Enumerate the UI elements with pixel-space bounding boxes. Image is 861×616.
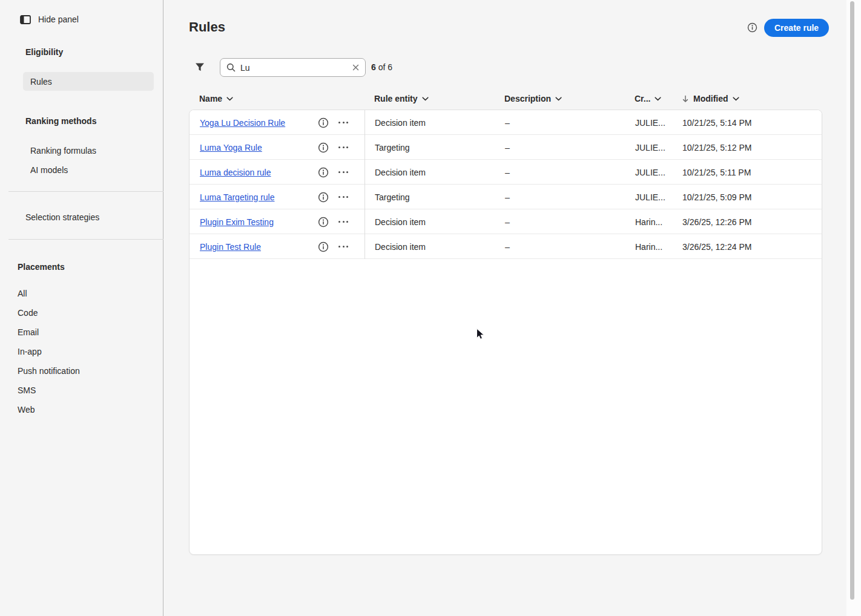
rule-entity-cell: Decision item — [365, 217, 495, 227]
table-row: Plugin Test Rule Decision item – Harin..… — [190, 234, 822, 259]
column-header-rule-entity[interactable]: Rule entity — [364, 94, 494, 103]
info-icon[interactable] — [318, 217, 329, 228]
sidebar-item-rules[interactable]: Rules — [23, 72, 154, 91]
column-header-created-by-label: Cr... — [635, 94, 650, 103]
sidebar-item-push-notification[interactable]: Push notification — [18, 366, 80, 376]
column-divider — [365, 110, 365, 259]
sidebar-item-ai-models[interactable]: AI models — [30, 165, 68, 175]
created-by-cell: Harin... — [625, 242, 670, 252]
sidebar-item-code[interactable]: Code — [18, 308, 38, 318]
sidebar-item-web[interactable]: Web — [18, 405, 35, 414]
sidebar-divider — [8, 239, 163, 240]
more-actions-icon[interactable] — [338, 170, 348, 174]
description-cell: – — [495, 118, 625, 128]
column-header-modified-label: Modified — [693, 94, 728, 103]
modified-cell: 3/26/25, 12:24 PM — [670, 242, 822, 252]
chevron-down-icon — [655, 97, 661, 101]
ranking-methods-section-title: Ranking methods — [25, 116, 96, 126]
sidebar-divider — [8, 191, 163, 192]
search-box — [220, 58, 366, 77]
rule-entity-cell: Decision item — [365, 168, 495, 177]
modified-cell: 10/21/25, 5:14 PM — [670, 118, 822, 128]
description-cell: – — [495, 168, 625, 177]
description-cell: – — [495, 143, 625, 152]
more-actions-icon[interactable] — [338, 120, 348, 125]
name-cell: Plugin Test Rule — [190, 234, 365, 259]
created-by-cell: JULIE... — [625, 192, 670, 202]
rule-name-link[interactable]: Plugin Exim Testing — [200, 217, 274, 227]
more-actions-icon[interactable] — [338, 220, 348, 224]
created-by-cell: JULIE... — [625, 143, 670, 152]
clear-search-icon[interactable] — [352, 64, 359, 71]
rules-table: Yoga Lu Decision Rule Decision item – JU… — [189, 110, 822, 555]
rule-name-link[interactable]: Yoga Lu Decision Rule — [200, 118, 285, 128]
created-by-cell: Harin... — [625, 217, 670, 227]
sidebar-item-in-app[interactable]: In-app — [18, 347, 42, 356]
sidebar-item-selection-strategies[interactable]: Selection strategies — [25, 212, 99, 222]
hide-panel-button[interactable]: Hide panel — [20, 15, 79, 24]
search-icon — [226, 63, 236, 72]
info-icon[interactable] — [318, 241, 329, 252]
rule-name-link[interactable]: Luma Targeting rule — [200, 192, 274, 202]
rule-name-link[interactable]: Luma decision rule — [200, 168, 271, 177]
result-count-rest: of 6 — [378, 62, 392, 72]
result-count: 6of 6 — [371, 62, 392, 72]
description-cell: – — [495, 242, 625, 252]
table-row: Luma Yoga Rule Targeting – JULIE... 10/2… — [190, 135, 822, 160]
info-icon[interactable] — [318, 142, 329, 153]
table-row: Luma Targeting rule Targeting – JULIE...… — [190, 185, 822, 209]
name-cell: Luma decision rule — [190, 160, 365, 185]
sidebar-item-all[interactable]: All — [18, 289, 27, 298]
modified-cell: 10/21/25, 5:11 PM — [670, 168, 822, 177]
rule-entity-cell: Targeting — [365, 143, 495, 152]
created-by-cell: JULIE... — [625, 118, 670, 128]
name-cell: Luma Yoga Rule — [190, 135, 365, 160]
created-by-cell: JULIE... — [625, 168, 670, 177]
rule-entity-cell: Decision item — [365, 242, 495, 252]
result-count-number: 6 — [371, 62, 376, 72]
chevron-down-icon — [422, 97, 429, 101]
table-header: Name Rule entity Description Cr... Modif… — [189, 94, 822, 103]
info-icon[interactable] — [318, 167, 329, 178]
column-header-description[interactable]: Description — [494, 94, 624, 103]
hide-panel-label: Hide panel — [38, 15, 79, 24]
page-info-icon[interactable] — [747, 22, 757, 33]
filter-icon[interactable] — [194, 62, 205, 73]
description-cell: – — [495, 192, 625, 202]
info-icon[interactable] — [318, 192, 329, 203]
more-actions-icon[interactable] — [338, 145, 348, 149]
sidebar-item-rules-label: Rules — [30, 77, 52, 87]
more-actions-icon[interactable] — [338, 244, 348, 249]
column-header-modified[interactable]: Modified — [670, 94, 822, 103]
rule-name-link[interactable]: Plugin Test Rule — [200, 242, 261, 252]
rule-entity-cell: Targeting — [365, 192, 495, 202]
chevron-down-icon — [733, 97, 739, 101]
table-body: Yoga Lu Decision Rule Decision item – JU… — [190, 110, 822, 259]
column-header-name[interactable]: Name — [189, 94, 364, 103]
sidebar-item-ranking-formulas[interactable]: Ranking formulas — [30, 146, 96, 156]
create-rule-button[interactable]: Create rule — [764, 19, 829, 37]
table-row: Luma decision rule Decision item – JULIE… — [190, 160, 822, 185]
sort-descending-icon — [682, 95, 689, 103]
name-cell: Luma Targeting rule — [190, 185, 365, 209]
rule-name-link[interactable]: Luma Yoga Rule — [200, 143, 262, 152]
sidebar-item-email[interactable]: Email — [18, 327, 39, 337]
sidebar-item-sms[interactable]: SMS — [18, 385, 36, 395]
scrollbar-thumb[interactable] — [850, 1, 854, 600]
column-header-name-label: Name — [199, 94, 222, 103]
column-header-description-label: Description — [504, 94, 551, 103]
page-title: Rules — [189, 19, 225, 35]
name-cell: Plugin Exim Testing — [190, 209, 365, 234]
search-input[interactable] — [240, 63, 348, 73]
modified-cell: 10/21/25, 5:09 PM — [670, 192, 822, 202]
eligibility-section-title: Eligibility — [25, 47, 63, 57]
info-icon[interactable] — [318, 117, 329, 128]
more-actions-icon[interactable] — [338, 195, 348, 199]
left-panel: Hide panel Eligibility Rules Ranking met… — [0, 0, 163, 616]
placements-section-title: Placements — [18, 262, 65, 272]
table-row: Plugin Exim Testing Decision item – Hari… — [190, 209, 822, 234]
column-header-rule-entity-label: Rule entity — [374, 94, 418, 103]
chevron-down-icon — [555, 97, 562, 101]
column-header-created-by[interactable]: Cr... — [624, 94, 670, 103]
rule-entity-cell: Decision item — [365, 118, 495, 128]
